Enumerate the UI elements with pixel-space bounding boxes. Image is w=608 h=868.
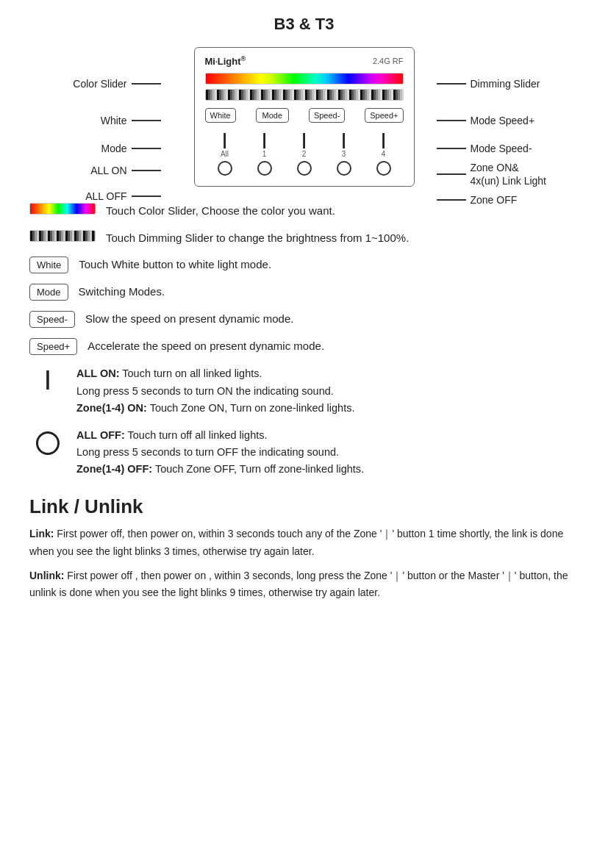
zone-label-3: 3: [342, 150, 346, 158]
zone-4-off[interactable]: [376, 161, 391, 176]
dimming-strip-icon: [29, 230, 96, 242]
zone-off-text: Touch Zone OFF, Turn off zone-linked lig…: [152, 463, 364, 475]
white-button[interactable]: White: [205, 108, 236, 123]
page-title: B3 & T3: [22, 15, 586, 34]
zone-label-2: 2: [302, 150, 307, 158]
mode-speed-plus-label: Mode Speed+: [471, 115, 535, 126]
anno-mode-text: Switching Modes.: [79, 284, 165, 301]
zone-off-label: Zone OFF: [471, 194, 518, 206]
link-unlink-heading: Link / Unlink: [29, 495, 579, 518]
mode-speed-minus-label: Mode Speed-: [471, 143, 532, 154]
zone-2-off[interactable]: [297, 161, 312, 176]
anno-speed-minus-text: Slow the speed on present dynamic mode.: [85, 311, 294, 328]
zone-1-col: | 1: [257, 132, 272, 176]
unlink-paragraph: Unlink: First power off , then power on …: [29, 567, 579, 601]
all-off-label: ALL OFF: [85, 190, 126, 202]
unlink-text: First power off , then power on , within…: [29, 570, 568, 598]
anno-speed-plus-btn: Speed+ Accelerate the speed on present d…: [29, 338, 579, 355]
color-strip-icon: [29, 203, 96, 215]
anno-speed-minus-button[interactable]: Speed-: [29, 311, 75, 328]
zone-2-col: | 2: [297, 132, 312, 176]
zone-all-col: | All: [218, 132, 232, 176]
unlink-bold: Unlink:: [29, 570, 64, 581]
zone-4-col: | 4: [376, 132, 391, 176]
annotations-section: Touch Color Slider, Choose the color you…: [22, 203, 586, 478]
color-slider-label: Color Slider: [73, 78, 126, 90]
anno-on-desc: | ALL ON: Touch turn on all linked light…: [29, 365, 579, 417]
zone-label-1: 1: [262, 150, 267, 158]
anno-mode-button[interactable]: Mode: [29, 284, 68, 301]
brand-logo: Mi·Light®: [205, 55, 246, 67]
all-on-bold: ALL ON:: [76, 367, 120, 379]
zone-link-label: 4x(un) Link Light: [471, 174, 547, 187]
zone-3-off[interactable]: [337, 161, 351, 176]
on-desc-text: ALL ON: Touch turn on all linked lights.…: [76, 365, 355, 417]
zone-on-bold: Zone(1-4) ON:: [76, 402, 147, 414]
dimming-slider-bar: [205, 89, 404, 101]
anno-white-button[interactable]: White: [29, 257, 68, 273]
zone-3-col: | 3: [337, 132, 351, 176]
anno-color-text: Touch Color Slider, Choose the color you…: [106, 203, 335, 220]
zone-all-on[interactable]: |: [222, 132, 226, 148]
dimming-slider-label: Dimming Slider: [471, 78, 540, 90]
zone-label-all: All: [221, 150, 229, 158]
zone-4-on[interactable]: |: [381, 132, 385, 148]
diagram-section: Color Slider White Mode ALL ON ALL OFF: [22, 47, 586, 187]
anno-white-btn: White Touch White button to white light …: [29, 257, 579, 273]
mode-label: Mode: [101, 143, 126, 154]
color-slider-bar: [205, 73, 404, 85]
anno-speed-plus-text: Accelerate the speed on present dynamic …: [87, 338, 324, 355]
white-label: White: [101, 115, 127, 126]
zone-label-4: 4: [382, 150, 386, 158]
speed-plus-button[interactable]: Speed+: [365, 108, 403, 123]
link-bold: Link:: [29, 528, 54, 539]
all-on-label: ALL ON: [90, 165, 126, 176]
on-icon-large: |: [45, 368, 51, 389]
link-paragraph: Link: First power off, then power on, wi…: [29, 526, 579, 559]
zone-2-on[interactable]: |: [301, 132, 306, 148]
zone-on-label: Zone ON&: [471, 161, 547, 174]
anno-mode-btn: Mode Switching Modes.: [29, 284, 579, 301]
anno-speed-minus-btn: Speed- Slow the speed on present dynamic…: [29, 311, 579, 328]
anno-dimming-slider: Touch Dimming Slider to change the brigh…: [29, 230, 579, 247]
off-icon-large: [36, 431, 60, 455]
zone-on-text: Touch Zone ON, Turn on zone-linked light…: [147, 402, 355, 414]
rf-label: 2.4G RF: [373, 57, 404, 65]
zone-all-off[interactable]: [218, 161, 232, 176]
off-desc-text: ALL OFF: Touch turn off all linked light…: [76, 427, 364, 478]
zone-3-on[interactable]: |: [341, 132, 346, 148]
link-unlink-section: Link / Unlink Link: First power off, the…: [22, 488, 586, 623]
anno-dimming-text: Touch Dimming Slider to change the brigh…: [106, 230, 409, 247]
remote-diagram: Mi·Light® 2.4G RF White Mode Speed- Spee…: [194, 47, 415, 187]
zone-1-on[interactable]: |: [262, 132, 266, 148]
mode-button[interactable]: Mode: [256, 108, 290, 123]
all-off-bold: ALL OFF:: [76, 429, 125, 441]
anno-speed-plus-button[interactable]: Speed+: [29, 338, 77, 355]
anno-white-text: Touch White button to white light mode.: [79, 257, 271, 273]
speed-minus-button[interactable]: Speed-: [309, 108, 345, 123]
zone-off-bold: Zone(1-4) OFF:: [76, 463, 152, 475]
link-text: First power off, then power on, within 3…: [29, 528, 563, 556]
anno-off-desc: ALL OFF: Touch turn off all linked light…: [29, 427, 579, 478]
zone-1-off[interactable]: [257, 161, 272, 176]
